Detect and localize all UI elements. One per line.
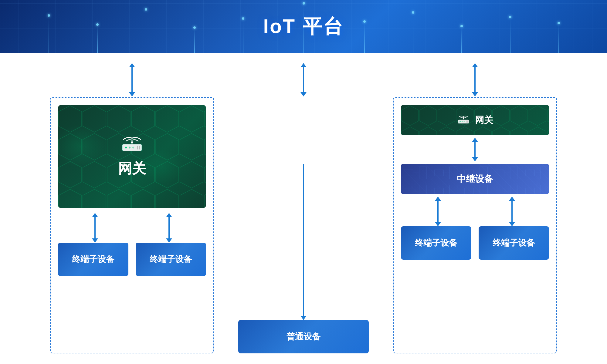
left-terminal-1: 终端子设备 [58,243,128,276]
right-dashed-container: 网关 中继设备 [393,97,557,353]
left-terminal-row: 终端子设备 终端子设备 [58,243,206,276]
svg-point-3 [125,147,127,149]
left-arrow-terminal1 [92,213,98,243]
right-terminal-1-label: 终端子设备 [415,237,457,249]
right-column: 网关 中继设备 [393,62,557,353]
svg-point-5 [132,147,134,149]
arrow-down-icon [129,92,135,96]
right-terminal-2-label: 终端子设备 [493,237,535,249]
arrow-up-icon [166,213,172,217]
left-terminal-1-label: 终端子设备 [72,254,114,265]
arrow-up-icon [92,213,98,217]
left-terminal-2: 终端子设备 [136,243,206,276]
right-terminal-2: 终端子设备 [479,226,549,260]
gateway-icon [120,135,144,154]
page-title: IoT 平台 [263,13,344,40]
left-gateway-label: 网关 [118,159,146,178]
hex-pattern [58,105,206,208]
svg-point-8 [463,118,464,119]
arrow-shaft [94,217,96,238]
arrow-shaft [474,67,476,92]
right-top-arrow [472,62,478,97]
arrow-down-icon [166,238,172,243]
svg-point-10 [459,121,460,122]
left-bottom-arrows [58,213,206,243]
left-arrow-terminal2 [166,213,172,243]
arrow-down-icon [300,316,307,320]
arrow-shaft [303,164,304,316]
svg-point-12 [464,121,465,122]
right-arrow-terminal2 [509,197,515,226]
svg-rect-9 [458,120,469,123]
arrow-up-icon [472,63,478,67]
arrow-shaft [511,201,513,222]
middle-long-arrow [300,164,307,320]
arrow-up-icon [129,63,135,67]
svg-point-0 [131,141,133,143]
left-top-arrow [129,62,135,97]
ordinary-device-label: 普通设备 [287,331,320,342]
middle-top-arrow [300,62,307,97]
right-gateway-card: 网关 [401,105,549,135]
arrow-down-icon [300,92,307,96]
arrow-down-icon [509,222,515,226]
arrow-shaft [474,142,476,157]
right-gateway-icon [457,115,470,126]
left-terminal-2-label: 终端子设备 [150,254,192,265]
left-dashed-container: 网关 终端子设备 [50,97,214,353]
right-terminal-1: 终端子设备 [401,226,471,260]
arrow-shaft [168,217,170,238]
arrow-down-icon [92,238,98,243]
arrow-up-icon [435,197,441,201]
iot-platform-header: IoT 平台 [0,0,607,53]
right-relay-label: 中继设备 [457,173,493,185]
middle-long-shaft: 普通设备 [238,97,369,353]
arrow-up-icon [300,63,307,67]
right-relay-card: 中继设备 [401,164,549,194]
main-content: 网关 终端子设备 [0,53,607,364]
left-gateway-card: 网关 [58,105,206,208]
svg-point-4 [129,147,131,149]
right-gateway-relay-arrow [472,138,478,161]
right-bottom-arrows [401,197,549,226]
arrow-down-icon [435,222,441,226]
arrow-up-icon [509,197,515,201]
arrow-down-icon [472,157,478,161]
left-column: 网关 终端子设备 [50,62,214,353]
arrow-shaft [303,67,304,92]
right-terminal-row: 终端子设备 终端子设备 [401,226,549,260]
ordinary-device-box: 普通设备 [238,320,369,353]
right-gateway-label: 网关 [475,114,493,126]
svg-point-11 [462,121,463,122]
arrow-shaft [437,201,439,222]
arrow-up-icon [472,138,478,142]
middle-column: 普通设备 [238,62,369,353]
arrow-down-icon [472,92,478,96]
right-arrow-terminal1 [435,197,441,226]
arrow-shaft [131,67,133,92]
